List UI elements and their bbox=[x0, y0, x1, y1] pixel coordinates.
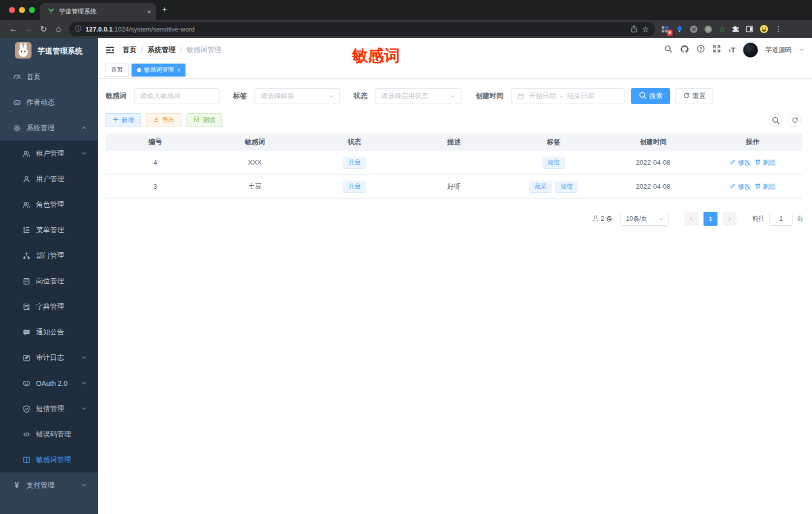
sidebar-logo[interactable]: 芋道管理系统 bbox=[0, 38, 98, 64]
url-text: 127.0.0.1:1024/system/sensitive-word bbox=[86, 26, 194, 33]
sidebar-item-post[interactable]: 岗位管理 bbox=[0, 268, 98, 294]
sidebar-item-label: 作者动态 bbox=[26, 98, 54, 107]
sidebar-item-label: 短信管理 bbox=[36, 404, 64, 413]
delete-link[interactable]: 删除 bbox=[754, 158, 776, 167]
tab-close-icon[interactable]: × bbox=[147, 8, 151, 16]
browser-toolbar: ← → ↻ ⌂ ⓘ 127.0.0.1:1024/system/sensitiv… bbox=[0, 20, 812, 38]
browser-tab[interactable]: 芋道管理系统 × bbox=[40, 3, 156, 20]
sidebar-item-home[interactable]: 首页 bbox=[0, 64, 98, 90]
sidebar-item-role[interactable]: 角色管理 bbox=[0, 192, 98, 217]
help-icon[interactable]: ? bbox=[696, 45, 705, 55]
end-date-placeholder: 结束日期 bbox=[568, 92, 594, 101]
edit-link[interactable]: 修改 bbox=[730, 158, 750, 167]
breadcrumb-separator: / bbox=[180, 46, 182, 54]
next-page-button[interactable] bbox=[722, 212, 736, 226]
prev-page-button[interactable] bbox=[684, 212, 698, 226]
browser-menu-icon[interactable]: ⋮ bbox=[774, 25, 782, 34]
page-size-select[interactable]: 10条/页 bbox=[620, 212, 668, 226]
home-icon[interactable]: ⌂ bbox=[51, 24, 66, 34]
record-extension-icon[interactable] bbox=[704, 25, 712, 34]
pencil-icon bbox=[730, 183, 736, 191]
sidebar-item-tenant[interactable]: 租户管理 bbox=[0, 141, 98, 166]
goto-label: 前往 bbox=[752, 214, 765, 223]
show-search-button[interactable] bbox=[769, 114, 782, 127]
current-page-button[interactable]: 1 bbox=[704, 212, 718, 226]
export-button[interactable]: 导出 bbox=[146, 113, 182, 127]
minimize-window-button[interactable] bbox=[19, 7, 25, 13]
sidebar-item-author-feed[interactable]: 作者动态 bbox=[0, 90, 98, 115]
command-extension-icon[interactable]: ⌘ bbox=[690, 25, 698, 34]
sidebar-item-dept[interactable]: 部门管理 bbox=[0, 243, 98, 268]
collapse-sidebar-icon[interactable] bbox=[106, 46, 114, 55]
extensions-puzzle-icon[interactable] bbox=[732, 25, 740, 33]
breadcrumb-item[interactable]: 首页 bbox=[122, 46, 136, 55]
cell-actions: 修改删除 bbox=[703, 182, 802, 191]
extension-badge: 9 bbox=[667, 30, 672, 36]
tab-label: 首页 bbox=[111, 66, 123, 74]
active-dot bbox=[137, 68, 141, 72]
goto-page-input[interactable]: 1 bbox=[770, 212, 792, 226]
date-range-picker[interactable]: 开始日期 - 结束日期 bbox=[511, 88, 624, 104]
status-select[interactable]: 请选择启用状态 bbox=[375, 88, 462, 104]
tags-view-tab[interactable]: 首页 bbox=[106, 64, 128, 77]
sidebar-item-user[interactable]: 用户管理 bbox=[0, 166, 98, 192]
back-icon[interactable]: ← bbox=[6, 24, 21, 34]
kite-extension-icon[interactable] bbox=[676, 25, 684, 33]
sidebar-item-error-code[interactable]: 错误码管理 bbox=[0, 421, 98, 447]
tree-icon bbox=[22, 226, 30, 234]
delete-link[interactable]: 删除 bbox=[754, 182, 776, 191]
sidebar-item-notice[interactable]: 通知公告 bbox=[0, 319, 98, 345]
new-tab-button[interactable]: + bbox=[162, 5, 167, 14]
filter-form: 敏感词 请输入敏感词 标签 请选择标签 状态 请选择启用状态 创建时间 开始日期 bbox=[106, 88, 804, 104]
side-panel-icon[interactable] bbox=[746, 25, 754, 33]
sidebar-item-pay[interactable]: ¥支付管理 bbox=[0, 472, 98, 498]
address-bar[interactable]: ⓘ 127.0.0.1:1024/system/sensitive-word ☆ bbox=[69, 22, 655, 36]
sidebar-item-dict[interactable]: 字典管理 bbox=[0, 294, 98, 319]
cell-tags: 蔬菜短信 bbox=[504, 181, 604, 193]
status-placeholder: 请选择启用状态 bbox=[381, 92, 428, 101]
sidebar-item-menu[interactable]: 菜单管理 bbox=[0, 217, 98, 243]
close-icon[interactable]: × bbox=[177, 67, 180, 73]
add-button-label: 新增 bbox=[122, 116, 134, 125]
sidebar-item-label: 系统管理 bbox=[26, 124, 54, 133]
sidebar-item-oauth2[interactable]: OAuth 2.0 bbox=[0, 370, 98, 396]
tag-select[interactable]: 请选择标签 bbox=[254, 88, 340, 104]
app-title: 芋道管理系统 bbox=[38, 47, 82, 56]
sidebar-item-sensitive-word[interactable]: 敏感词管理 bbox=[0, 447, 98, 472]
gauge-icon bbox=[12, 73, 21, 81]
tags-view-tab[interactable]: 敏感词管理× bbox=[132, 64, 186, 77]
profile-emoji-avatar[interactable] bbox=[760, 25, 768, 34]
macos-traffic-lights[interactable] bbox=[9, 7, 35, 13]
label-tag: 短信 bbox=[542, 157, 564, 169]
extension-grid-icon[interactable]: 9 bbox=[661, 25, 670, 34]
cell-create-time: 2022-04-08 bbox=[604, 159, 703, 166]
bookmark-star-icon[interactable]: ☆ bbox=[642, 25, 649, 34]
search-button[interactable]: 搜索 bbox=[631, 88, 670, 104]
close-window-button[interactable] bbox=[9, 7, 15, 13]
edit-link[interactable]: 修改 bbox=[730, 182, 750, 191]
zoom-window-button[interactable] bbox=[29, 7, 35, 13]
reset-button[interactable]: 重置 bbox=[676, 88, 713, 104]
cell-description: 好呀 bbox=[404, 182, 504, 191]
reload-icon[interactable]: ↻ bbox=[36, 24, 51, 35]
breadcrumb-item[interactable]: 系统管理 bbox=[148, 46, 176, 55]
star-extension-icon[interactable]: ☆ bbox=[718, 25, 726, 34]
test-button[interactable]: 测试 bbox=[186, 113, 222, 127]
table-row: 4XXX开启短信2022-04-08修改删除 bbox=[106, 151, 802, 175]
keyword-input[interactable]: 请输入敏感词 bbox=[134, 88, 220, 104]
add-button[interactable]: 新增 bbox=[106, 113, 141, 127]
forward-icon[interactable]: → bbox=[21, 24, 36, 34]
share-icon[interactable] bbox=[630, 25, 638, 33]
sidebar-item-sms[interactable]: 短信管理 bbox=[0, 396, 98, 421]
site-info-icon[interactable]: ⓘ bbox=[75, 25, 82, 34]
chevron-down-icon[interactable] bbox=[799, 47, 804, 53]
sidebar-item-system[interactable]: 系统管理 bbox=[0, 115, 98, 141]
cell-status: 开启 bbox=[304, 157, 404, 169]
user-avatar[interactable] bbox=[743, 43, 758, 58]
github-icon[interactable] bbox=[680, 45, 689, 56]
font-size-icon[interactable]: тT bbox=[728, 46, 736, 54]
sidebar-item-audit-log[interactable]: 审计日志 bbox=[0, 345, 98, 370]
search-icon[interactable] bbox=[664, 45, 672, 55]
fullscreen-icon[interactable] bbox=[712, 45, 721, 55]
refresh-table-button[interactable] bbox=[788, 114, 802, 127]
